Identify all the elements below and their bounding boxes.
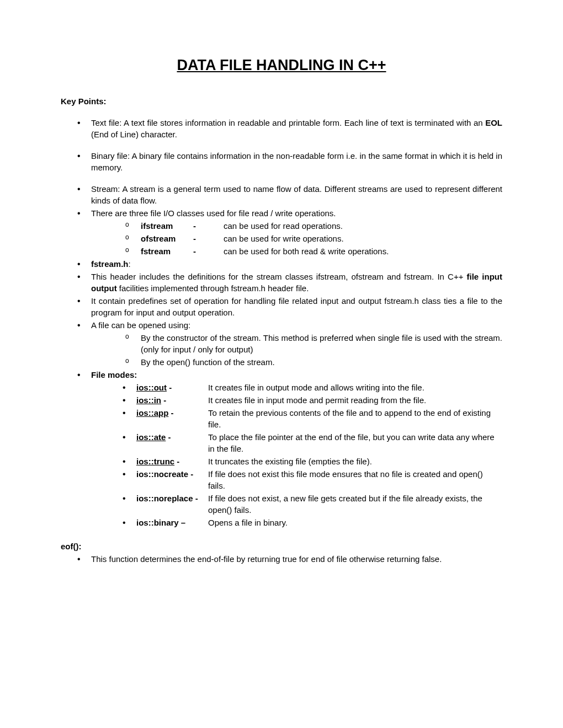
mode-desc-cont: fails. (208, 480, 502, 491)
list-item: File modes: ios::out - It creates file i… (91, 369, 502, 528)
mode-desc-cont: in the file. (208, 443, 502, 454)
text-fragment: : (129, 259, 131, 269)
list-item: fstream.h: (91, 258, 502, 270)
list-item: It contain predefines set of operation f… (91, 295, 502, 318)
mode-name: ios::app - (136, 407, 208, 419)
list-item: Binary file: A binary file contains info… (91, 150, 502, 173)
dash: - (193, 233, 224, 244)
list-item: ios::out - It creates file in output mod… (136, 382, 502, 393)
text-fragment: facilities implemented through fstream.h… (117, 283, 309, 293)
page-title: DATA FILE HANDLING IN C++ (61, 55, 502, 76)
mode-desc-cont: open() fails. (208, 504, 502, 516)
text-fragment: Text file: A text file stores informatio… (91, 118, 485, 127)
eof-heading: eof(): (61, 540, 502, 552)
mode-desc-cont: file. (208, 419, 502, 430)
open-ways-list: By the constructor of the stream. This m… (91, 332, 502, 368)
mode-name: ios::binary – (136, 517, 208, 528)
list-item: ios::in - It creates file in input mode … (136, 394, 502, 406)
io-class-desc: can be used for both read & write operat… (224, 245, 389, 257)
dash: - (193, 220, 224, 232)
list-item: ios::nocreate - If file does not exist t… (136, 468, 502, 491)
text-fragment: A file can be opened using: (91, 320, 190, 330)
text-fragment: There are three file I/O classes used fo… (91, 208, 336, 218)
list-item: A file can be opened using: By the const… (91, 319, 502, 368)
list-item: Stream: A stream is a general term used … (91, 183, 502, 206)
io-class-desc: can be used for read operations. (224, 220, 343, 232)
text-fragment: (End of Line) character. (91, 130, 177, 139)
mode-name: ios::in - (136, 394, 208, 406)
file-modes-list: ios::out - It creates file in output mod… (91, 382, 502, 528)
mode-desc: It creates file in output mode and allow… (208, 382, 502, 393)
list-item: By the constructor of the stream. This m… (141, 332, 502, 355)
list-item: ios::app - To retain the previous conten… (136, 407, 502, 430)
key-points-heading: Key Points: (61, 95, 502, 107)
io-classes-list: ifstream - can be used for read operatio… (91, 220, 502, 257)
list-item: ifstream - can be used for read operatio… (141, 220, 502, 232)
list-item: ios::binary – Opens a file in binary. (136, 517, 502, 528)
fstream-h: fstream.h (91, 259, 129, 269)
list-item: ios::trunc - It truncates the existing f… (136, 456, 502, 467)
mode-name: ios::noreplace - (136, 493, 208, 504)
eol-term: EOL (485, 118, 502, 127)
list-item: This function determines the end-of-file… (91, 553, 502, 565)
mode-desc: It creates file in input mode and permit… (208, 394, 502, 406)
mode-name: ios::out - (136, 382, 208, 393)
io-class-name: ifstream (141, 220, 193, 232)
mode-name: ios::ate - (136, 431, 208, 443)
mode-desc: If file does not exist, a new file gets … (208, 493, 502, 504)
mode-desc: It truncates the existing file (empties … (208, 456, 502, 467)
mode-name: ios::trunc - (136, 456, 208, 467)
list-item: Text file: A text file stores informatio… (91, 117, 502, 140)
eof-list: This function determines the end-of-file… (61, 553, 502, 565)
list-item: ofstream - can be used for write operati… (141, 233, 502, 244)
list-item: This header includes the definitions for… (91, 271, 502, 294)
mode-desc: Opens a file in binary. (208, 517, 502, 528)
io-class-desc: can be used for write operations. (224, 233, 344, 244)
io-class-name: ofstream (141, 233, 193, 244)
io-class-name: fstream (141, 245, 193, 257)
dash: - (193, 245, 224, 257)
mode-desc: To place the file pointer at the end of … (208, 431, 502, 443)
mode-desc: If file does not exist this file mode en… (208, 468, 502, 480)
list-item: There are three file I/O classes used fo… (91, 207, 502, 257)
list-item: By the open() function of the stream. (141, 356, 502, 368)
key-points-list: Text file: A text file stores informatio… (61, 117, 502, 528)
file-modes-heading: File modes: (91, 370, 137, 379)
list-item: ios::ate - To place the file pointer at … (136, 431, 502, 454)
list-item: fstream - can be used for both read & wr… (141, 245, 502, 257)
text-fragment: This header includes the definitions for… (91, 272, 467, 281)
list-item: ios::noreplace - If file does not exist,… (136, 493, 502, 516)
mode-desc: To retain the previous contents of the f… (208, 407, 502, 419)
mode-name: ios::nocreate - (136, 468, 208, 480)
